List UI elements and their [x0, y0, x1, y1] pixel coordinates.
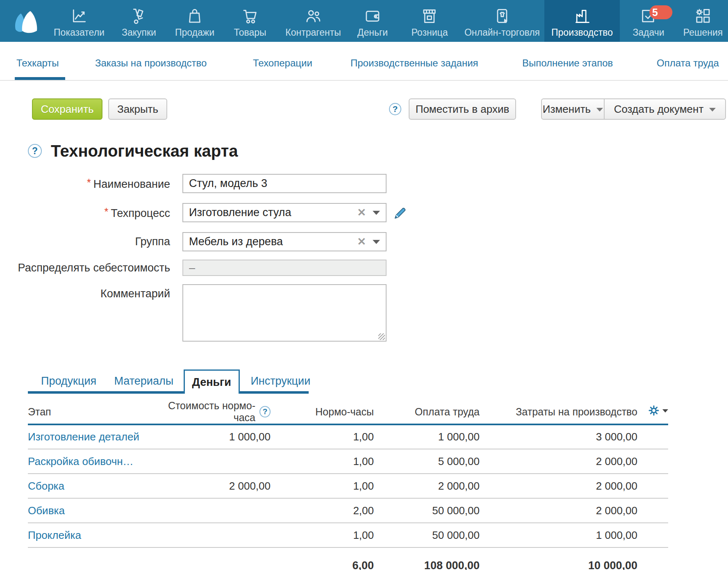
store-icon [421, 7, 439, 25]
edit-pencil-icon[interactable] [393, 205, 408, 220]
edit-dropdown-button[interactable]: Изменить [541, 98, 605, 120]
cost-cell: 3 000,00 [480, 424, 637, 449]
resize-handle[interactable] [378, 333, 385, 340]
topnav-item-zakupki[interactable]: Закупки [122, 0, 156, 42]
tasks-badge: 5 [649, 5, 672, 19]
cost-distribution-field-row: Распределять себестоимость – [0, 260, 728, 276]
table-header-row: Этап Стоимость нормо-часа ? Нормо-часы О… [28, 400, 668, 424]
tab-instrukcii[interactable]: Инструкции [250, 369, 311, 394]
chevron-down-icon [662, 409, 668, 413]
page-help-icon[interactable]: ? [28, 144, 42, 158]
subnav-item-zakazy[interactable]: Заказы на производство [95, 57, 207, 69]
subnav-item-etapy[interactable]: Выполнение этапов [522, 57, 613, 69]
stages-cost-table: Этап Стоимость нормо-часа ? Нормо-часы О… [28, 400, 668, 570]
chevron-down-icon[interactable] [373, 240, 380, 244]
topnav-item-proizvodstvo[interactable]: Производство [544, 0, 620, 42]
table-row: Раскройка обивочн… 1,00 5 000,00 2 000,0… [28, 449, 668, 474]
hours-cell: 1,00 [271, 424, 374, 449]
topnav-item-prodazhi[interactable]: Продажи [175, 0, 214, 42]
stage-link[interactable]: Изготовление деталей [28, 431, 139, 443]
table-row: Обивка 2,00 50 000,00 2 000,00 [28, 498, 668, 523]
table-settings-button[interactable] [648, 404, 668, 417]
labor-cell: 2 000,00 [374, 474, 480, 498]
clear-icon[interactable]: ✕ [357, 206, 366, 219]
page-title: Технологическая карта [51, 142, 238, 160]
process-field-row: *Техпроцесс Изготовление стула ✕ [0, 203, 728, 222]
help-icon[interactable]: ? [389, 103, 401, 115]
comment-textarea[interactable] [182, 284, 387, 342]
detail-tabs: Продукция Материалы Деньги Инструкции [0, 369, 728, 394]
group-value: Мебель из дерева [189, 235, 357, 248]
tab-dengi[interactable]: Деньги [184, 369, 240, 394]
cost-distribution-label: Распределять себестоимость [0, 262, 170, 274]
topnav-item-roznica[interactable]: Розница [412, 0, 448, 42]
online-shop-icon [493, 7, 511, 25]
bag-icon [186, 7, 204, 25]
topnav-item-pokazateli[interactable]: Показатели [54, 0, 105, 42]
stage-link[interactable]: Раскройка обивочн… [28, 455, 134, 467]
hours-cell: 1,00 [271, 449, 374, 474]
topnav-label: Контрагенты [285, 27, 341, 38]
cost-cell: 2 000,00 [480, 474, 637, 498]
topnav-item-tovary[interactable]: Товары [234, 0, 266, 42]
table-row: Изготовление деталей 1 000,00 1,00 1 000… [28, 424, 668, 449]
factory-icon [573, 7, 591, 25]
stage-link[interactable]: Сборка [28, 480, 64, 492]
tab-materialy[interactable]: Материалы [114, 369, 175, 394]
topnav-item-online-torgovlya[interactable]: Онлайн-торговля [464, 0, 540, 42]
col-cost: Затраты на производство [480, 400, 637, 424]
rate-cell [151, 498, 271, 523]
create-document-dropdown-button[interactable]: Создать документ [604, 98, 726, 120]
cost-cell: 1 000,00 [480, 523, 637, 547]
labor-cell: 1 000,00 [374, 424, 480, 449]
group-field-row: Группа Мебель из дерева ✕ [0, 232, 728, 251]
cost-distribution-value: – [189, 262, 380, 274]
comment-field-row: Комментарий [0, 284, 728, 342]
rate-help-icon[interactable]: ? [259, 406, 271, 417]
rate-cell [151, 449, 271, 474]
topnav-item-zadachi[interactable]: 5 Задачи [632, 0, 664, 42]
table-row: Сборка 2 000,00 1,00 2 000,00 2 000,00 [28, 474, 668, 498]
stage-link[interactable]: Обивка [28, 504, 65, 517]
topnav-item-kontragenty[interactable]: Контрагенты [285, 0, 341, 42]
subnav-item-zadaniya[interactable]: Производственные задания [350, 57, 478, 69]
gear-icon [648, 404, 660, 417]
tech-card-form: *Наименование Стул, модель 3 *Техпроцесс… [0, 174, 728, 342]
totals-row: 6,00 108 000,00 10 000,00 [28, 547, 668, 570]
topnav-item-dengi[interactable]: Деньги [357, 0, 388, 42]
hours-cell: 1,00 [271, 474, 374, 498]
labor-cell: 5 000,00 [374, 449, 480, 474]
cart-icon [241, 7, 259, 25]
col-hours: Нормо-часы [271, 400, 374, 424]
col-rate: Стоимость нормо-часа ? [151, 400, 271, 424]
process-select[interactable]: Изготовление стула ✕ [182, 203, 387, 222]
name-field-row: *Наименование Стул, модель 3 [0, 174, 728, 193]
col-labor: Оплата труда [374, 400, 480, 424]
name-input[interactable]: Стул, модель 3 [182, 174, 387, 193]
subnav-item-oplata[interactable]: Оплата труда [657, 57, 719, 69]
rate-cell: 2 000,00 [151, 474, 271, 498]
labor-cell: 50 000,00 [374, 498, 480, 523]
chevron-down-icon[interactable] [373, 211, 380, 215]
subnav-item-tehkarty[interactable]: Техкарты [16, 57, 59, 69]
topnav-label: Производство [551, 27, 613, 38]
topnav-label: Показатели [54, 27, 105, 38]
total-cost: 10 000,00 [480, 547, 637, 570]
topnav-item-resheniya[interactable]: Решения [683, 0, 723, 42]
tab-produkciya[interactable]: Продукция [40, 369, 97, 394]
save-button[interactable]: Сохранить [32, 98, 102, 120]
stage-link[interactable]: Проклейка [28, 529, 81, 541]
clear-icon[interactable]: ✕ [357, 235, 366, 248]
rate-cell [151, 523, 271, 547]
tasks-icon: 5 [639, 7, 657, 25]
required-asterisk: * [105, 206, 109, 217]
close-button[interactable]: Закрыть [108, 98, 167, 120]
apps-gear-icon [694, 7, 712, 25]
active-tab-underline [15, 77, 65, 80]
archive-button[interactable]: Поместить в архив [409, 98, 516, 120]
moysklad-logo[interactable] [10, 6, 41, 36]
total-labor: 108 000,00 [374, 547, 480, 570]
subnav-item-tehoperacii[interactable]: Техоперации [253, 57, 312, 69]
group-select[interactable]: Мебель из дерева ✕ [182, 232, 387, 251]
document-toolbar: Сохранить Закрыть ? Поместить в архив Из… [0, 98, 728, 120]
